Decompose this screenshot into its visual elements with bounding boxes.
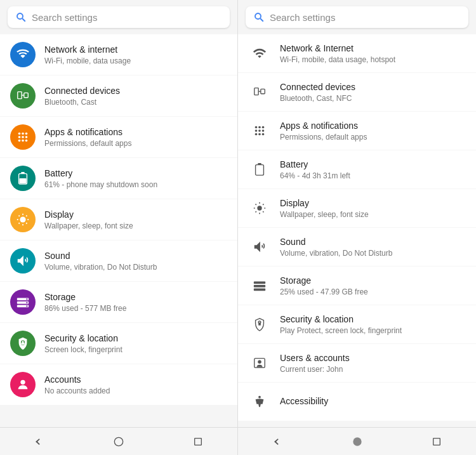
- right-item-accounts[interactable]: Users & accounts Current user: John: [238, 344, 476, 382]
- right-search-bar[interactable]: Search settings: [246, 6, 468, 28]
- right-connected-icon: [248, 81, 271, 103]
- right-item-battery[interactable]: Battery 64% - 4d 3h 31m left: [238, 150, 476, 188]
- network-icon-circle: [10, 42, 36, 67]
- left-item-network[interactable]: Network & internet Wi-Fi, mobile, data u…: [0, 34, 237, 75]
- svg-point-7: [25, 133, 28, 135]
- right-display-subtitle: Wallpaper, sleep, font size: [280, 210, 466, 219]
- apps-text: Apps & notifications Permissions, defaul…: [44, 126, 227, 148]
- right-search-icon: [253, 11, 265, 23]
- svg-marker-30: [36, 439, 43, 445]
- display-text: Display Wallpaper, sleep, font size: [44, 209, 227, 230]
- right-home-icon: [352, 437, 362, 447]
- right-connected-text: Connected devices Bluetooth, Cast, NFC: [280, 81, 466, 103]
- right-battery-subtitle: 64% - 4d 3h 31m left: [280, 171, 466, 180]
- right-battery-icon: [248, 158, 271, 181]
- svg-point-38: [255, 126, 258, 129]
- left-settings-list: Network & internet Wi-Fi, mobile, data u…: [0, 34, 237, 427]
- right-accounts-subtitle: Current user: John: [280, 365, 466, 374]
- right-storage-text: Storage 25% used - 47.99 GB free: [280, 275, 466, 296]
- svg-point-8: [18, 136, 21, 138]
- right-item-security[interactable]: Security & location Play Protect, screen…: [238, 305, 476, 343]
- apps-title: Apps & notifications: [44, 126, 227, 138]
- right-apps-text: Apps & notifications Permissions, defaul…: [280, 120, 466, 142]
- left-search-placeholder: Search settings: [32, 12, 97, 23]
- right-item-network[interactable]: Network & Internet Wi-Fi, mobile, data u…: [238, 34, 476, 72]
- right-battery-title: Battery: [280, 159, 466, 170]
- sound-icon-circle: [10, 248, 36, 274]
- right-item-accessibility[interactable]: Accessibility: [238, 383, 476, 421]
- left-item-connected[interactable]: Connected devices Bluetooth, Cast: [0, 76, 237, 116]
- right-network-title: Network & Internet: [280, 43, 466, 54]
- left-item-display[interactable]: Display Wallpaper, sleep, font size: [0, 199, 237, 240]
- left-back-button[interactable]: [27, 429, 52, 454]
- right-security-icon: [248, 313, 271, 336]
- apps-icon-grey: [253, 124, 267, 138]
- apps-icon-circle: [10, 124, 36, 150]
- right-settings-list: Network & Internet Wi-Fi, mobile, data u…: [238, 34, 476, 427]
- right-sound-title: Sound: [280, 236, 466, 247]
- right-search-placeholder: Search settings: [270, 12, 335, 23]
- accounts-icon-circle: [10, 372, 36, 397]
- svg-point-24: [26, 305, 27, 307]
- search-icon: [15, 11, 27, 23]
- left-search-bar[interactable]: Search settings: [8, 6, 230, 28]
- security-icon-grey: [253, 317, 266, 331]
- right-storage-title: Storage: [280, 275, 466, 286]
- right-item-apps[interactable]: Apps & notifications Permissions, defaul…: [238, 112, 476, 150]
- right-accounts-text: Users & accounts Current user: John: [280, 352, 466, 374]
- svg-point-22: [26, 298, 27, 300]
- right-display-text: Display Wallpaper, sleep, font size: [280, 197, 466, 219]
- sound-icon: [16, 254, 30, 268]
- svg-point-43: [262, 129, 265, 132]
- svg-rect-51: [254, 282, 265, 284]
- right-display-title: Display: [280, 197, 466, 209]
- right-item-storage[interactable]: Storage 25% used - 47.99 GB free: [238, 267, 476, 305]
- storage-text: Storage 86% used - 577 MB free: [44, 291, 227, 313]
- svg-rect-16: [20, 178, 27, 183]
- svg-rect-28: [22, 343, 25, 345]
- right-item-sound[interactable]: Sound Volume, vibration, Do Not Disturb: [238, 228, 476, 266]
- right-item-connected[interactable]: Connected devices Bluetooth, Cast, NFC: [238, 73, 476, 111]
- storage-subtitle: 86% used - 577 MB free: [44, 304, 227, 313]
- storage-icon: [16, 295, 30, 309]
- left-item-storage[interactable]: Storage 86% used - 577 MB free: [0, 282, 237, 322]
- right-sound-icon: [248, 235, 271, 258]
- left-recent-button[interactable]: [185, 429, 211, 454]
- right-accounts-icon: [248, 352, 271, 374]
- security-subtitle: Screen lock, fingerprint: [44, 345, 227, 354]
- apps-subtitle: Permissions, default apps: [44, 139, 227, 148]
- right-network-text: Network & Internet Wi-Fi, mobile, data u…: [280, 43, 466, 64]
- svg-rect-61: [433, 438, 440, 445]
- apps-icon: [16, 130, 30, 144]
- right-home-button[interactable]: [345, 429, 370, 454]
- right-accounts-title: Users & accounts: [280, 352, 466, 364]
- svg-point-5: [18, 133, 21, 135]
- battery-subtitle: 61% - phone may shutdown soon: [44, 180, 227, 189]
- svg-point-6: [22, 133, 24, 135]
- left-item-apps[interactable]: Apps & notifications Permissions, defaul…: [0, 117, 237, 157]
- left-home-button[interactable]: [106, 429, 131, 454]
- right-item-display[interactable]: Display Wallpaper, sleep, font size: [238, 189, 476, 227]
- svg-point-12: [22, 140, 24, 142]
- right-apps-subtitle: Permissions, default apps: [280, 133, 466, 142]
- accounts-subtitle: No accounts added: [44, 386, 227, 395]
- svg-rect-36: [261, 89, 265, 93]
- right-sound-text: Sound Volume, vibration, Do Not Disturb: [280, 236, 466, 258]
- right-network-subtitle: Wi-Fi, mobile, data usage, hotspot: [280, 55, 466, 64]
- svg-rect-2: [18, 92, 22, 99]
- svg-point-41: [255, 129, 258, 132]
- svg-point-23: [26, 302, 27, 303]
- battery-title: Battery: [44, 168, 227, 179]
- svg-point-9: [22, 136, 24, 138]
- right-back-button[interactable]: [265, 429, 291, 454]
- sound-icon-grey: [253, 240, 267, 254]
- right-storage-icon: [248, 274, 271, 297]
- left-item-accounts[interactable]: Accounts No accounts added: [0, 364, 237, 405]
- svg-point-42: [258, 129, 261, 132]
- left-item-security[interactable]: Security & location Screen lock, fingerp…: [0, 323, 237, 364]
- display-subtitle: Wallpaper, sleep, font size: [44, 221, 227, 230]
- left-item-sound[interactable]: Sound Volume, vibration, Do Not Disturb: [0, 241, 237, 281]
- left-item-battery[interactable]: Battery 61% - phone may shutdown soon: [0, 158, 237, 199]
- right-recent-button[interactable]: [424, 429, 449, 454]
- account-icon-grey: [253, 356, 267, 370]
